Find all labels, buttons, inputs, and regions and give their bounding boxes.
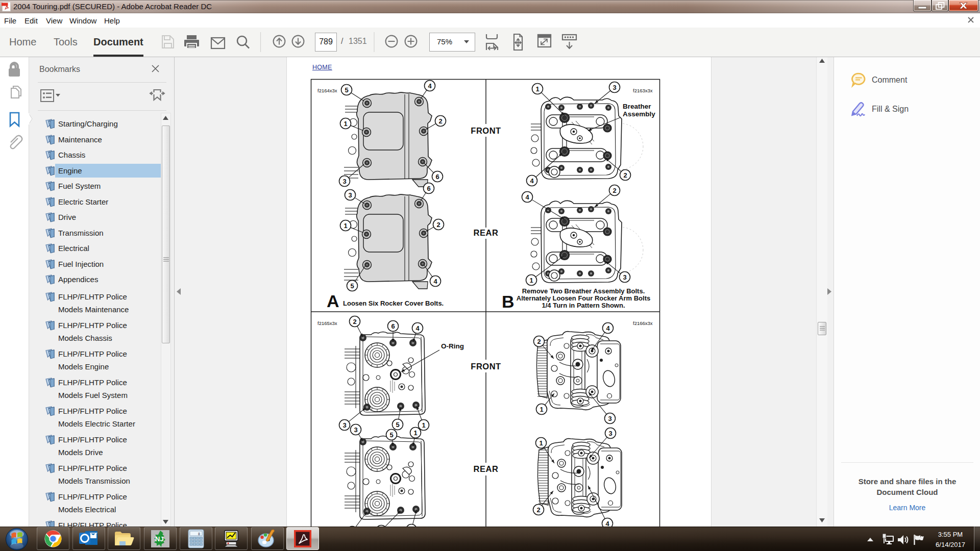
svg-text:REAR: REAR <box>474 464 499 473</box>
svg-text:5: 5 <box>389 431 393 439</box>
svg-text:2: 2 <box>536 506 540 514</box>
svg-text:1: 1 <box>529 277 533 284</box>
svg-text:NJ: NJ <box>155 535 164 543</box>
svg-text:1: 1 <box>344 222 347 230</box>
svg-text:1: 1 <box>535 85 539 93</box>
svg-text:FRONT: FRONT <box>471 362 501 371</box>
svg-text:4: 4 <box>606 324 610 332</box>
svg-text:3: 3 <box>612 84 616 91</box>
svg-text:A: A <box>327 291 339 311</box>
svg-text:2: 2 <box>436 221 440 229</box>
svg-text:5: 5 <box>396 421 399 429</box>
svg-text:3: 3 <box>348 191 352 199</box>
svg-text:3: 3 <box>608 430 612 437</box>
svg-text:2: 2 <box>623 171 627 179</box>
svg-text:5: 5 <box>350 282 354 290</box>
svg-text:1: 1 <box>422 421 425 429</box>
svg-text:3: 3 <box>608 415 611 422</box>
svg-text:B: B <box>502 292 514 311</box>
svg-text:3: 3 <box>354 426 357 434</box>
svg-text:f2165x3x: f2165x3x <box>317 320 337 326</box>
svg-text:6: 6 <box>427 185 430 192</box>
svg-text:f2166x3x: f2166x3x <box>633 320 653 326</box>
svg-text:3: 3 <box>342 421 346 429</box>
svg-text:Breather: Breather <box>623 103 651 110</box>
svg-text:f2163x3x: f2163x3x <box>633 88 653 93</box>
svg-text:2: 2 <box>612 187 616 194</box>
svg-text:6: 6 <box>435 173 439 181</box>
svg-text:4: 4 <box>433 278 437 285</box>
svg-text:4: 4 <box>530 177 534 185</box>
svg-text:3: 3 <box>342 178 346 185</box>
svg-text:O-Ring: O-Ring <box>441 342 464 350</box>
svg-text:6: 6 <box>391 322 395 330</box>
svg-text:FRONT: FRONT <box>471 126 501 135</box>
svg-text:4: 4 <box>428 82 432 90</box>
svg-text:1: 1 <box>539 439 543 447</box>
svg-text:Loosen Six Rocker Cover Bolts.: Loosen Six Rocker Cover Bolts. <box>343 299 444 307</box>
svg-text:Remove Two Breather Assembly B: Remove Two Breather Assembly Bolts. <box>522 287 645 295</box>
svg-text:5: 5 <box>345 86 348 94</box>
svg-text:REAR: REAR <box>474 228 499 237</box>
svg-text:3: 3 <box>623 273 626 281</box>
svg-text:2: 2 <box>438 117 442 125</box>
svg-text:8: 8 <box>198 532 200 535</box>
svg-text:1: 1 <box>344 120 347 128</box>
svg-text:4: 4 <box>415 324 420 332</box>
svg-text:Assembly: Assembly <box>623 110 655 118</box>
svg-text:4: 4 <box>525 193 529 201</box>
svg-text:1: 1 <box>540 406 543 413</box>
svg-text:1: 1 <box>413 429 417 437</box>
svg-text:4: 4 <box>605 520 609 527</box>
svg-text:2: 2 <box>353 318 356 325</box>
svg-text:1/4 Turn in Pattern Shown.: 1/4 Turn in Pattern Shown. <box>542 302 625 309</box>
svg-text:2: 2 <box>537 338 541 345</box>
svg-text:f2164x3x: f2164x3x <box>317 88 337 93</box>
svg-text:Alternately Loosen Four Rocker: Alternately Loosen Four Rocker Arm Bolts <box>517 294 650 302</box>
